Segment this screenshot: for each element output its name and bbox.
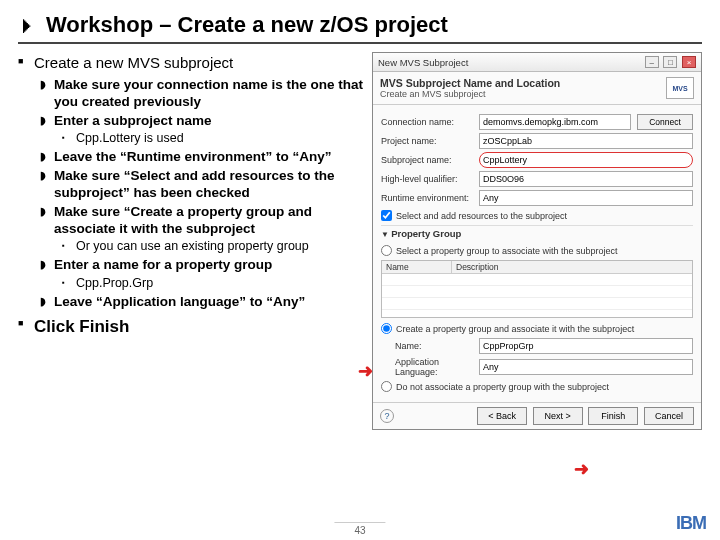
dialog-header-sub: Create an MVS subproject: [380, 89, 560, 99]
dialog-form: Connection name: Connect Project name: S…: [373, 105, 701, 402]
conn-input[interactable]: [479, 114, 631, 130]
lvl2-conn: Make sure your connection name is the on…: [40, 77, 364, 111]
arrow-icon: ➜: [358, 360, 373, 382]
rte-label: Runtime environment:: [381, 193, 473, 203]
lvl2-create-prop: Make sure “Create a property group and a…: [40, 204, 364, 238]
lvl1-click-finish: Click Finish: [18, 316, 364, 337]
lvl2-prop-name: Enter a name for a property group: [40, 257, 364, 274]
window-titlebar: New MVS Subproject – □ ×: [373, 53, 701, 72]
close-icon[interactable]: ×: [682, 56, 696, 68]
sub-input[interactable]: [479, 152, 693, 168]
minimize-icon[interactable]: –: [645, 56, 659, 68]
dialog-footer: ? < Back Next > Finish Cancel: [373, 402, 701, 429]
page-number: 43: [334, 522, 385, 536]
maximize-icon[interactable]: □: [663, 56, 677, 68]
proj-input[interactable]: [479, 133, 693, 149]
help-icon[interactable]: ?: [380, 409, 394, 423]
proj-label: Project name:: [381, 136, 473, 146]
back-button[interactable]: < Back: [477, 407, 527, 425]
hlq-label: High-level qualifier:: [381, 174, 473, 184]
lvl2-select-add: Make sure “Select and add resources to t…: [40, 168, 364, 202]
slide-title-row: ⏵ Workshop – Create a new z/OS project: [18, 12, 702, 44]
mvs-icon: MVS: [666, 77, 694, 99]
table-row: [382, 298, 692, 310]
window-buttons: – □ ×: [643, 56, 696, 68]
radio-none[interactable]: [381, 381, 392, 392]
screenshot: ➜ ➜ New MVS Subproject – □ × MVS Subproj…: [372, 52, 702, 430]
dialog-header-title: MVS Subproject Name and Location: [380, 77, 560, 89]
propname-input[interactable]: [479, 338, 693, 354]
col-name: Name: [382, 261, 452, 273]
slide-title: Workshop – Create a new z/OS project: [46, 12, 448, 38]
dialog-header: MVS Subproject Name and Location Create …: [373, 72, 701, 105]
table-row: [382, 274, 692, 286]
outline: Create a new MVS subproject Make sure yo…: [18, 52, 364, 430]
cancel-button[interactable]: Cancel: [644, 407, 694, 425]
select-add-label: Select and add resources to the subproje…: [396, 211, 567, 221]
table-row: [382, 286, 692, 298]
hlq-input[interactable]: [479, 171, 693, 187]
propname-label: Name:: [395, 341, 473, 351]
window-title: New MVS Subproject: [378, 57, 468, 68]
lvl1-create-sub: Create a new MVS subproject: [18, 54, 364, 73]
select-add-checkbox[interactable]: [381, 210, 392, 221]
rte-select[interactable]: [479, 190, 693, 206]
dialog-window: New MVS Subproject – □ × MVS Subproject …: [372, 52, 702, 430]
ibm-logo: IBM: [676, 513, 706, 534]
arrow-icon: ➜: [574, 458, 589, 480]
finish-button[interactable]: Finish: [588, 407, 638, 425]
connect-button[interactable]: Connect: [637, 114, 693, 130]
radio-select-label: Select a property group to associate wit…: [396, 246, 618, 256]
property-table[interactable]: Name Description: [381, 260, 693, 318]
radio-create-new[interactable]: [381, 323, 392, 334]
property-group-header: Property Group: [381, 225, 693, 241]
lvl2-lang: Leave “Application language” to “Any”: [40, 294, 364, 311]
sub-label: Subproject name:: [381, 155, 473, 165]
lvl3-cpplottery: Cpp.Lottery is used: [62, 131, 364, 147]
lvl3-existing: Or you can use an existing property grou…: [62, 239, 364, 255]
radio-none-label: Do not associate a property group with t…: [396, 382, 609, 392]
next-button[interactable]: Next >: [533, 407, 583, 425]
play-icon: ⏵: [18, 14, 38, 37]
radio-create-label: Create a property group and associate it…: [396, 324, 634, 334]
lvl2-rte: Leave the “Runtime environment” to “Any”: [40, 149, 364, 166]
lang-label: Application Language:: [395, 357, 473, 377]
radio-select-existing[interactable]: [381, 245, 392, 256]
lvl3-cpppropgrp: Cpp.Prop.Grp: [62, 276, 364, 292]
lang-select[interactable]: [479, 359, 693, 375]
conn-label: Connection name:: [381, 117, 473, 127]
lvl2-subname: Enter a subproject name: [40, 113, 364, 130]
col-desc: Description: [452, 261, 692, 273]
